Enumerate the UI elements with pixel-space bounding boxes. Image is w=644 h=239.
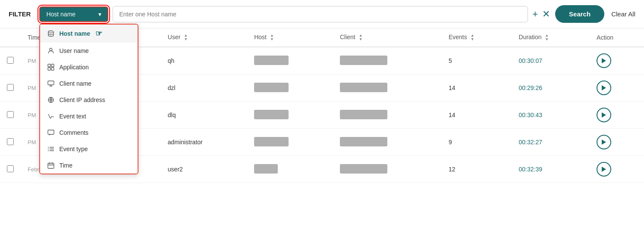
row-user: user2 [161, 156, 247, 183]
row-checkbox[interactable] [7, 57, 14, 64]
client-redacted [340, 56, 387, 65]
dropdown-label-event-type: Event type [59, 146, 88, 152]
col-host[interactable]: Host ▲▼ [247, 28, 333, 47]
dropdown-item-host-name[interactable]: Host name ☞ [40, 25, 138, 43]
add-filter-icon[interactable]: + [532, 9, 538, 20]
row-checkbox[interactable] [7, 84, 14, 91]
row-duration: 00:30:43 [512, 102, 590, 129]
duration-value: 00:29:26 [519, 84, 543, 91]
svg-rect-15 [48, 163, 54, 168]
duration-value: 00:32:27 [519, 139, 543, 146]
dropdown-item-user-name[interactable]: User name [40, 43, 138, 59]
svg-rect-4 [48, 68, 50, 70]
chevron-down-icon: ▾ [98, 11, 101, 18]
host-redacted [254, 164, 278, 174]
row-checkbox-cell [0, 102, 21, 129]
client-redacted [340, 83, 387, 92]
dropdown-item-client-name[interactable]: Client name [40, 75, 138, 92]
svg-rect-5 [51, 68, 54, 70]
svg-marker-23 [602, 167, 606, 172]
cursor-icon: ☞ [95, 29, 102, 38]
dropdown-item-event-text[interactable]: Event text [40, 108, 138, 124]
col-checkbox [0, 28, 21, 47]
dropdown-label-user-name: User name [59, 47, 88, 54]
host-redacted [254, 56, 289, 65]
host-redacted [254, 110, 289, 119]
play-button[interactable] [597, 81, 611, 95]
svg-rect-3 [51, 64, 54, 67]
dropdown-label-host-name: Host name [59, 30, 90, 37]
row-checkbox-cell [0, 74, 21, 102]
filter-type-dropdown[interactable]: Host name ▾ [39, 6, 108, 22]
play-button[interactable] [597, 108, 611, 122]
row-user: qh [161, 47, 247, 74]
sort-arrows-events: ▲▼ [471, 34, 474, 41]
row-duration: 00:29:26 [512, 74, 590, 102]
row-checkbox-cell [0, 129, 21, 156]
dropdown-label-client-ip: Client IP address [59, 96, 105, 103]
search-button[interactable]: Search [555, 5, 604, 23]
globe-icon [47, 96, 55, 104]
filter-type-label: Host name [46, 11, 75, 18]
row-client [333, 47, 442, 74]
svg-marker-22 [602, 140, 606, 145]
col-user[interactable]: User ▲▼ [161, 28, 247, 47]
dropdown-item-application[interactable]: Application [40, 59, 138, 75]
sort-arrows-client: ▲▼ [359, 34, 363, 41]
row-host [247, 102, 333, 129]
col-client[interactable]: Client ▲▼ [333, 28, 442, 47]
row-events: 14 [442, 102, 512, 129]
clear-all-button[interactable]: Clear All [611, 10, 635, 18]
row-action [590, 129, 644, 156]
monitor-icon [47, 80, 55, 87]
row-host [247, 47, 333, 74]
sort-arrows-host: ▲▼ [270, 34, 274, 41]
client-redacted [340, 110, 387, 119]
svg-marker-19 [602, 58, 606, 63]
list-icon [47, 145, 55, 153]
play-button[interactable] [597, 135, 611, 149]
row-action [590, 47, 644, 74]
filter-dropdown-menu: Host name ☞ User name [39, 24, 138, 174]
sort-arrows-user: ▲▼ [184, 34, 188, 41]
play-button[interactable] [597, 53, 611, 68]
row-checkbox-cell [0, 47, 21, 74]
db-icon [47, 30, 55, 37]
remove-filter-icon[interactable]: ✕ [542, 9, 550, 20]
row-duration: 00:32:27 [512, 129, 590, 156]
host-redacted [254, 83, 289, 92]
row-checkbox[interactable] [7, 111, 14, 118]
row-events: 12 [442, 156, 512, 183]
row-client [333, 102, 442, 129]
row-action [590, 102, 644, 129]
duration-value: 00:32:39 [519, 166, 543, 173]
dropdown-label-event-text: Event text [59, 113, 86, 120]
svg-rect-2 [48, 64, 50, 67]
filter-text-input[interactable] [113, 6, 528, 22]
row-checkbox[interactable] [7, 165, 14, 172]
row-events: 9 [442, 129, 512, 156]
filter-bar: FILTER Host name ▾ Host [0, 0, 644, 28]
svg-point-1 [50, 48, 52, 51]
dropdown-item-comments[interactable]: Comments [40, 124, 138, 141]
row-host [247, 129, 333, 156]
col-duration[interactable]: Duration ▲▼ [512, 28, 590, 47]
dropdown-item-client-ip[interactable]: Client IP address [40, 92, 138, 108]
dropdown-item-time[interactable]: Time [40, 157, 138, 174]
row-user: administrator [161, 129, 247, 156]
sort-arrows-duration: ▲▼ [545, 34, 549, 41]
row-checkbox[interactable] [7, 138, 14, 145]
col-action: Action [590, 28, 644, 47]
play-button[interactable] [597, 162, 611, 177]
cursor-text-icon [47, 112, 55, 120]
svg-marker-21 [602, 112, 606, 118]
row-host [247, 156, 333, 183]
dropdown-item-event-type[interactable]: Event type [40, 141, 138, 157]
duration-value: 00:30:43 [519, 112, 543, 118]
row-action [590, 156, 644, 183]
filter-actions: Search Clear All [555, 5, 635, 23]
dropdown-label-application: Application [59, 64, 89, 71]
col-events[interactable]: Events ▲▼ [442, 28, 512, 47]
row-checkbox-cell [0, 156, 21, 183]
dropdown-label-time: Time [59, 162, 72, 169]
